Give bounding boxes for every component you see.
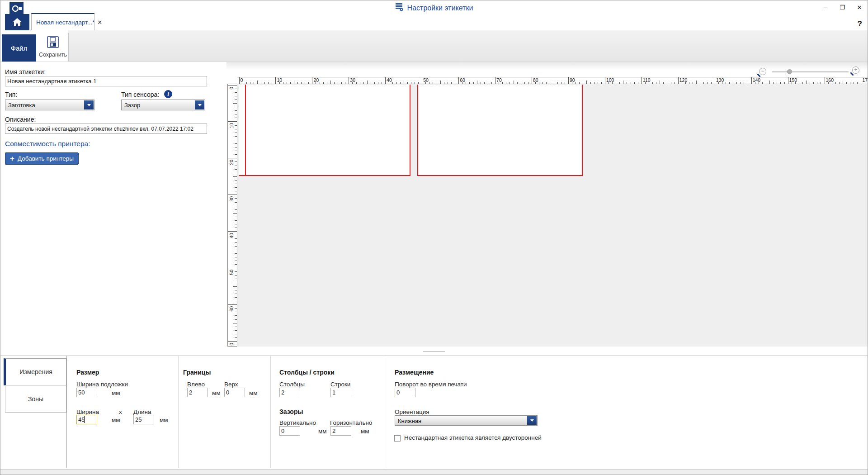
type-dropdown[interactable]: Заготовка: [5, 100, 94, 110]
backing-width-input[interactable]: [76, 388, 97, 397]
orientation-label: Ориентация: [395, 408, 429, 415]
length-label: Длина: [133, 408, 151, 415]
panel-divider: [66, 356, 67, 468]
magnifier-handle-icon: [850, 72, 854, 76]
label-preview-2: [417, 85, 583, 176]
label-settings-icon: [395, 3, 404, 13]
doublesided-checkbox[interactable]: [394, 435, 401, 442]
rows-input[interactable]: [330, 388, 351, 397]
label-left-margin-line: [245, 85, 246, 175]
printer-compatibility-label: Совместимость принтера:: [5, 140, 90, 148]
minimize-button[interactable]: –: [821, 3, 830, 12]
gaps-header: Зазоры: [279, 408, 303, 415]
doublesided-label: Нестандартная этикетка является двусторо…: [404, 434, 542, 441]
gap-horizontal-label: Горизонтально: [330, 419, 372, 426]
unit-mm: мм: [212, 390, 221, 396]
zoom-slider[interactable]: [772, 71, 849, 72]
window-bottom-strip: [0, 469, 868, 475]
plus-icon: +: [10, 155, 14, 162]
tab-measurements[interactable]: Измерения: [4, 358, 66, 385]
horizontal-ruler: 0102030405060708090100110120130140150160…: [238, 77, 868, 84]
width-label: Ширина: [76, 408, 99, 415]
titlebar: Настройки этикетки – ❐ ✕: [0, 0, 868, 15]
unit-mm: мм: [112, 390, 120, 396]
help-button[interactable]: ?: [858, 19, 862, 28]
description-label: Описание:: [5, 116, 36, 123]
zoom-in-button[interactable]: +: [852, 66, 859, 74]
border-top-input[interactable]: [224, 388, 245, 397]
width-input[interactable]: [76, 415, 97, 424]
border-top-label: Верх: [224, 381, 238, 388]
description-input[interactable]: [5, 124, 207, 134]
panel-divider: [270, 356, 271, 468]
rotation-input[interactable]: [395, 388, 415, 397]
chevron-down-icon[interactable]: [195, 100, 204, 109]
type-label: Тип:: [5, 91, 17, 98]
rotation-label: Поворот во время печати: [395, 381, 467, 388]
backing-width-label: Ширина подложки: [76, 381, 128, 388]
unit-mm: мм: [249, 390, 258, 396]
ribbon-separator: [68, 33, 69, 61]
panel-divider: [384, 356, 384, 468]
info-icon[interactable]: i: [164, 90, 172, 98]
save-floppy-icon: [47, 36, 59, 48]
home-icon: [12, 18, 22, 27]
gap-vertical-label: Вертикально: [279, 419, 316, 426]
name-input[interactable]: [5, 76, 207, 86]
type-dropdown-value: Заготовка: [8, 102, 35, 109]
label-settings-window: Настройки этикетки – ❐ ✕ ? Новая нестанд…: [0, 0, 868, 475]
chevron-down-icon[interactable]: [527, 416, 537, 425]
columns-rows-section-header: Столбцы / строки: [279, 369, 335, 376]
unit-mm: мм: [112, 417, 120, 423]
size-section-header: Размер: [76, 369, 99, 376]
save-button[interactable]: Сохранить: [39, 33, 67, 61]
border-left-label: Влево: [187, 381, 205, 388]
panel-divider: [178, 356, 179, 468]
panel-splitter-handle[interactable]: [423, 352, 445, 354]
chevron-down-icon[interactable]: [84, 100, 94, 109]
restore-button[interactable]: ❐: [838, 3, 847, 12]
gap-horizontal-input[interactable]: [330, 426, 351, 436]
file-button[interactable]: Файл: [2, 34, 36, 62]
ribbon-background: [68, 30, 868, 62]
add-printers-button[interactable]: + Добавить принтеры: [5, 152, 79, 165]
close-button[interactable]: ✕: [855, 3, 864, 12]
unit-mm: мм: [160, 417, 168, 423]
unit-mm: мм: [361, 428, 369, 435]
borders-section-header: Границы: [183, 369, 211, 376]
orientation-value: Книжная: [398, 418, 421, 424]
document-tab-label: Новая нестандарт...*: [36, 19, 94, 26]
zoom-slider-thumb[interactable]: [787, 69, 792, 74]
border-left-input[interactable]: [187, 388, 208, 397]
gap-vertical-input[interactable]: [279, 426, 300, 436]
unit-mm: мм: [318, 428, 327, 435]
text-caret: [84, 416, 85, 423]
length-input[interactable]: [133, 415, 154, 424]
document-tab[interactable]: Новая нестандарт...* ✕: [31, 13, 94, 30]
zoom-out-button[interactable]: −: [759, 68, 766, 75]
panel-top-border: [0, 356, 868, 356]
home-tab[interactable]: [5, 14, 29, 30]
canvas-top-shade: [226, 62, 868, 69]
add-printers-label: Добавить принтеры: [18, 155, 74, 162]
x-label: х: [119, 408, 122, 415]
sensor-type-dropdown[interactable]: Зазор: [121, 100, 205, 110]
rows-label: Строки: [330, 381, 350, 388]
columns-input[interactable]: [279, 388, 300, 397]
sensor-dropdown-value: Зазор: [124, 102, 140, 109]
tab-close-icon[interactable]: ✕: [97, 19, 102, 26]
name-label: Имя этикетки:: [5, 68, 46, 76]
save-button-label: Сохранить: [39, 52, 67, 58]
placement-section-header: Размещение: [395, 369, 434, 376]
label-preview-1: [239, 85, 410, 176]
columns-label: Столбцы: [279, 381, 305, 388]
sensor-type-label: Тип сенсора:: [121, 91, 159, 98]
zoom-in-icon: +: [854, 66, 857, 73]
vertical-ruler: 010203040506070: [227, 84, 237, 347]
orientation-dropdown[interactable]: Книжная: [395, 415, 538, 426]
zoom-out-icon: −: [761, 68, 764, 74]
tab-zones[interactable]: Зоны: [5, 385, 66, 413]
window-title: Настройки этикетки: [407, 4, 473, 12]
